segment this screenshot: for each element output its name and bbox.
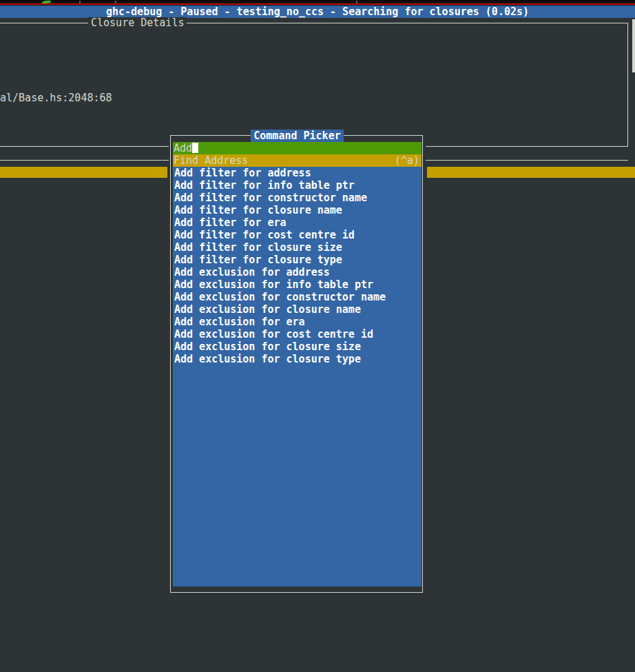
command-picker-title: Command Picker xyxy=(251,130,343,142)
terminal-screen: ghc-debug - Paused - testing_no_ccs - Se… xyxy=(0,0,635,672)
command-item[interactable]: Add exclusion for closure size xyxy=(173,340,421,353)
command-picker-titlebar: Command Picker xyxy=(170,130,424,142)
command-item-find-address[interactable]: Find Address (^a) xyxy=(173,154,421,167)
command-item[interactable]: Add exclusion for closure type xyxy=(173,353,421,365)
command-item[interactable]: Add filter for closure size xyxy=(173,241,421,254)
command-item[interactable]: Add exclusion for closure name xyxy=(173,303,421,316)
command-item[interactable]: Add filter for closure name xyxy=(173,204,421,216)
command-item-label: Find Address xyxy=(174,154,248,167)
closure-panel-border-bottom xyxy=(426,146,628,147)
command-item[interactable]: Add filter for cost centre id xyxy=(173,229,421,241)
command-item[interactable]: Add filter for era xyxy=(173,216,421,229)
command-item-shortcut: (^a) xyxy=(395,154,419,167)
command-search-input[interactable]: Add xyxy=(173,142,421,154)
command-list: Add filter for address Add filter for in… xyxy=(173,167,421,587)
command-picker-dialog: Command Picker Add Find Address (^a) Add… xyxy=(170,130,424,594)
command-item[interactable]: Add filter for address xyxy=(173,167,421,179)
text-cursor xyxy=(192,143,198,153)
closure-panel-title: Closure Details xyxy=(88,17,187,29)
command-item[interactable]: Add exclusion for constructor name xyxy=(173,291,421,303)
command-item[interactable]: Add exclusion for era xyxy=(173,316,421,328)
selected-row-highlight[interactable] xyxy=(427,167,635,178)
pane-separator xyxy=(0,160,169,161)
browser-chrome-strip xyxy=(0,0,635,6)
selected-row-highlight[interactable] xyxy=(0,167,167,178)
source-location-text: al/Base.hs:2048:68 xyxy=(0,92,112,104)
pane-separator xyxy=(426,160,628,161)
closure-panel-border-right xyxy=(627,23,628,147)
command-search-value: Add xyxy=(174,142,192,154)
command-item[interactable]: Add exclusion for info table ptr xyxy=(173,278,421,291)
command-item[interactable]: Add exclusion for address xyxy=(173,266,421,278)
scrollbar-thumb[interactable] xyxy=(632,19,635,72)
closure-panel-border-bottom xyxy=(0,146,169,147)
command-item[interactable]: Add filter for closure type xyxy=(173,254,421,266)
command-item[interactable]: Add filter for info table ptr xyxy=(173,179,421,192)
chrome-divider xyxy=(0,3,635,5)
command-item[interactable]: Add exclusion for cost centre id xyxy=(173,328,421,340)
command-item[interactable]: Add filter for constructor name xyxy=(173,192,421,204)
